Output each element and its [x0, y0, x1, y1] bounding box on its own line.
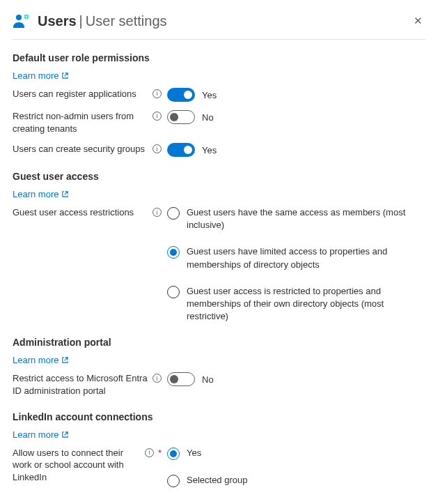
svg-point-0	[16, 15, 22, 20]
radio-guest-same-access[interactable]: Guest users have the same access as memb…	[167, 206, 423, 231]
radio-circle	[167, 246, 180, 259]
section-guest-access: Guest user access Learn more Guest user …	[13, 171, 425, 323]
radio-guest-restricted-access[interactable]: Guest user access is restricted to prope…	[167, 285, 423, 323]
setting-guest-restrictions: Guest user access restrictions i Guest u…	[13, 206, 425, 323]
radio-label: Guest users have the same access as memb…	[187, 206, 423, 231]
learn-more-label: Learn more	[13, 429, 58, 440]
section-linkedin: LinkedIn account connections Learn more …	[13, 411, 425, 487]
external-link-icon	[61, 190, 69, 198]
toggle-value: No	[202, 374, 214, 385]
learn-more-label: Learn more	[13, 70, 58, 81]
setting-label: Users can create security groups i	[13, 143, 167, 155]
setting-label: Allow users to connect their work or sch…	[13, 447, 167, 484]
radio-group-guest-access: Guest users have the same access as memb…	[167, 206, 423, 323]
info-icon[interactable]: i	[152, 374, 162, 383]
close-button[interactable]: ✕	[411, 12, 425, 30]
title-divider: |	[79, 13, 83, 29]
section-title-guest-access: Guest user access	[13, 171, 425, 182]
setting-label-text: Users can create security groups	[13, 143, 149, 155]
radio-label: Yes	[187, 447, 201, 459]
section-admin-portal: Administration portal Learn more Restric…	[13, 337, 425, 397]
setting-linkedin-connect: Allow users to connect their work or sch…	[13, 447, 425, 487]
learn-more-guest-access[interactable]: Learn more	[13, 189, 69, 199]
toggle-security-groups[interactable]	[167, 143, 195, 157]
setting-restrict-portal: Restrict access to Microsoft Entra ID ad…	[13, 372, 425, 397]
radio-label: Selected group	[187, 474, 247, 487]
learn-more-label: Learn more	[13, 189, 58, 199]
setting-label: Users can register applications i	[13, 88, 167, 100]
learn-more-linkedin[interactable]: Learn more	[13, 429, 69, 440]
external-link-icon	[61, 431, 69, 438]
setting-label-text: Allow users to connect their work or sch…	[13, 447, 141, 484]
learn-more-default-role[interactable]: Learn more	[13, 70, 69, 81]
setting-label-text: Restrict non-admin users from creating t…	[13, 110, 149, 135]
section-title-default-role: Default user role permissions	[13, 52, 425, 63]
setting-restrict-tenants: Restrict non-admin users from creating t…	[13, 110, 425, 135]
setting-label: Restrict non-admin users from creating t…	[13, 110, 167, 135]
close-icon: ✕	[414, 15, 423, 26]
toggle-value: Yes	[202, 90, 217, 100]
setting-label-text: Users can register applications	[13, 88, 149, 100]
section-title-linkedin: LinkedIn account connections	[13, 411, 425, 422]
toggle-register-apps[interactable]	[167, 88, 195, 102]
external-link-icon	[61, 356, 69, 364]
toggle-restrict-tenants[interactable]	[167, 110, 195, 124]
panel-header: Users | User settings ✕	[13, 11, 425, 40]
required-asterisk: *	[158, 447, 162, 459]
info-icon[interactable]: i	[145, 448, 154, 457]
radio-circle	[167, 207, 180, 220]
toggle-restrict-portal[interactable]	[167, 372, 195, 386]
setting-security-groups: Users can create security groups i Yes	[13, 143, 425, 157]
section-title-admin-portal: Administration portal	[13, 337, 425, 348]
info-icon[interactable]: i	[152, 144, 162, 153]
info-icon[interactable]: i	[152, 112, 162, 121]
setting-label-text: Guest user access restrictions	[13, 206, 149, 219]
section-default-role: Default user role permissions Learn more…	[13, 52, 425, 157]
setting-register-apps: Users can register applications i Yes	[13, 88, 425, 102]
radio-label: Guest users have limited access to prope…	[187, 245, 423, 270]
toggle-value: Yes	[202, 145, 217, 155]
radio-linkedin-yes[interactable]: Yes	[167, 447, 247, 460]
radio-circle	[167, 448, 180, 460]
svg-point-2	[26, 16, 27, 17]
external-link-icon	[61, 72, 69, 79]
radio-label: Guest user access is restricted to prope…	[187, 285, 423, 323]
setting-label-text: Restrict access to Microsoft Entra ID ad…	[13, 372, 149, 397]
radio-group-linkedin: Yes Selected group	[167, 447, 247, 487]
toggle-value: No	[202, 112, 214, 123]
info-icon[interactable]: i	[152, 208, 162, 217]
radio-circle	[167, 286, 180, 298]
learn-more-label: Learn more	[13, 355, 58, 365]
panel-title-sub: User settings	[86, 13, 167, 29]
learn-more-admin-portal[interactable]: Learn more	[13, 355, 69, 365]
info-icon[interactable]: i	[152, 89, 162, 98]
users-icon	[13, 11, 32, 31]
radio-guest-limited-access[interactable]: Guest users have limited access to prope…	[167, 245, 423, 270]
setting-label: Guest user access restrictions i	[13, 206, 167, 219]
radio-circle	[167, 475, 180, 487]
radio-linkedin-selected-group[interactable]: Selected group	[167, 474, 247, 487]
panel-title-main: Users	[38, 13, 77, 29]
setting-label: Restrict access to Microsoft Entra ID ad…	[13, 372, 167, 397]
